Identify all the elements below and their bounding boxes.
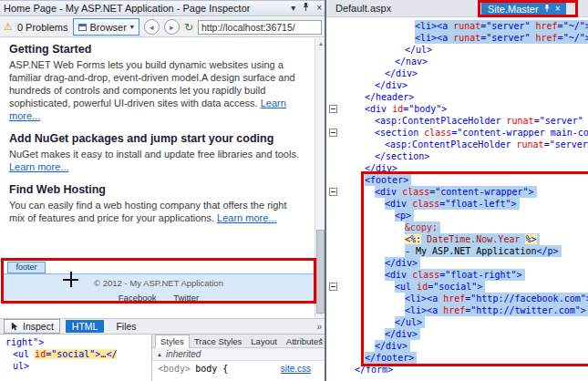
code-line[interactable]: </div> [326, 257, 588, 269]
learn-more-link[interactable]: Learn more... [9, 161, 68, 172]
section-text: ASP.NET Web Forms lets you build dynamic… [9, 59, 295, 108]
section-heading: Getting Started [9, 43, 302, 56]
inspector-toolbar: ⚠ 0 Problems Browser ▾ ◂ ▸ ↻ [0, 17, 325, 37]
back-button[interactable]: ◂ [144, 19, 160, 35]
code-line[interactable]: </ul> [326, 316, 588, 328]
page-inspector-panel: Home Page - My ASP.NET Application - Pag… [0, 0, 325, 381]
code-line[interactable]: <div id="body"> [326, 103, 588, 115]
section-heading: Add NuGet packages and jump start your c… [9, 132, 302, 145]
collapse-triangle-icon[interactable]: ▲ [157, 352, 162, 357]
footer-inspection-highlight-box: footer © 2012 - My ASP.NET Application F… [1, 258, 316, 304]
stylesheet-link[interactable]: site.css [281, 364, 311, 374]
code-line[interactable]: </div> [326, 328, 588, 340]
twitter-link[interactable]: Twitter [173, 293, 199, 303]
tab-styles[interactable]: Styles [155, 335, 190, 348]
section-paragraph: ASP.NET Web Forms lets you build dynamic… [9, 58, 302, 122]
footer-social-links: Facebook Twitter [4, 293, 314, 303]
code-line[interactable]: </div> [326, 162, 588, 174]
fold-collapse-icon[interactable] [329, 129, 337, 137]
code-line[interactable]: </section> [326, 150, 588, 162]
code-line[interactable]: </div> [326, 340, 588, 352]
close-icon[interactable]: × [316, 4, 322, 13]
section-text: NuGet makes it easy to install and updat… [9, 149, 299, 160]
code-line[interactable]: <%: DateTime.Now.Year %> [326, 233, 588, 245]
code-line[interactable]: </footer> [326, 352, 588, 364]
inspect-label: Inspect [23, 321, 54, 332]
code-line[interactable]: </form> [326, 364, 588, 376]
forward-button[interactable]: ▸ [164, 19, 180, 35]
code-line[interactable]: <section class="content-wrapper main-con… [326, 127, 588, 139]
window-menu-caret-icon[interactable]: ▾ [291, 4, 295, 13]
tab-default-aspx[interactable]: Default.aspx [328, 2, 398, 17]
code-line[interactable]: <asp:ContentPlaceHolder runat="server" I… [326, 139, 588, 150]
browser-label: Browser [90, 22, 127, 33]
code-editor[interactable]: <li><a runat="server" href="~/"><li><a r… [326, 17, 588, 381]
code-line[interactable]: <li><a href="http://facebook.com"> [326, 293, 588, 304]
css-rule-row[interactable]: <body> body { site.css [152, 361, 325, 376]
refresh-icon[interactable]: ↻ [184, 21, 193, 34]
tab-label: Site.Master [488, 4, 539, 15]
document-tabbar: Default.aspx Site.Master × [326, 0, 588, 17]
tool-window-title: Home Page - My ASP.NET Application - Pag… [4, 3, 284, 14]
section-paragraph: NuGet makes it easy to install and updat… [9, 148, 302, 173]
scroll-up-icon[interactable]: ▲ [318, 336, 324, 342]
url-input[interactable] [198, 20, 322, 35]
close-icon[interactable]: × [555, 5, 561, 14]
code-line[interactable]: <li><a href="http://twitter.com"> [326, 304, 588, 316]
rule-selector: body { [195, 364, 228, 374]
page-inspector-window: Home Page - My ASP.NET Application - Pag… [0, 0, 588, 381]
editor-code: <li><a runat="server" href="~/"><li><a r… [326, 20, 588, 376]
toolbar-overflow-icon[interactable]: » [316, 322, 322, 332]
code-line[interactable]: <li><a runat="server" href="~/"> [326, 20, 588, 32]
section-paragraph: You can easily find a web hosting compan… [9, 199, 302, 224]
code-line[interactable]: </div> [326, 79, 588, 91]
fold-collapse-icon[interactable] [329, 188, 337, 196]
code-line[interactable]: <div class="content-wrapper"> [326, 186, 588, 198]
code-line[interactable]: <ul id="social"> [326, 281, 588, 293]
tab-site-master[interactable]: Site.Master × [481, 0, 566, 17]
dom-line[interactable]: right"> [0, 336, 151, 348]
problems-count[interactable]: 0 Problems [17, 22, 68, 33]
footer-copyright-text: © 2012 - My ASP.NET Application [4, 278, 314, 288]
code-line[interactable]: </ul> [326, 44, 588, 56]
inherited-label: inherited [166, 349, 201, 359]
code-line[interactable]: <div class="float-left"> [326, 198, 588, 210]
highlighted-footer-element[interactable]: © 2012 - My ASP.NET Application Facebook… [4, 273, 314, 301]
facebook-link[interactable]: Facebook [119, 293, 157, 303]
inspect-button[interactable]: Inspect [4, 319, 60, 334]
code-line[interactable]: <div class="float-right"> [326, 269, 588, 281]
code-line[interactable]: </header> [326, 91, 588, 103]
browser-window-icon [78, 24, 87, 31]
code-line[interactable]: </nav> [326, 56, 588, 67]
dom-line[interactable]: ul> [0, 360, 151, 372]
dom-tree: right"><ul id="social">…</ul> [0, 335, 152, 381]
dom-line[interactable]: <ul id="social">…</ [0, 348, 151, 360]
code-line[interactable]: </div> [326, 67, 588, 79]
pin-icon[interactable] [302, 3, 310, 14]
bottom-panes: right"><ul id="social">…</ul> Styles Tra… [0, 334, 325, 381]
fold-collapse-icon[interactable] [329, 283, 337, 291]
fold-collapse-icon[interactable] [329, 105, 337, 113]
code-line[interactable]: <p> [326, 210, 588, 221]
code-line[interactable]: &copy; [326, 221, 588, 233]
inspect-toolbar: Inspect HTML Files » [0, 318, 325, 334]
tab-html[interactable]: HTML [66, 320, 105, 333]
inherited-group-row[interactable]: ▲ inherited [152, 348, 325, 361]
tab-trace-styles[interactable]: Trace Styles [190, 335, 246, 347]
code-line[interactable]: - My ASP.NET Application</p> [326, 245, 588, 257]
rendered-page-view: Getting Started ASP.NET Web Forms lets y… [0, 38, 325, 318]
section-heading: Find Web Hosting [9, 183, 302, 196]
browser-dropdown-button[interactable]: Browser ▾ [73, 18, 139, 36]
code-line[interactable]: <asp:ContentPlaceHolder runat="server" I… [326, 115, 588, 127]
tab-files[interactable]: Files [109, 320, 142, 333]
source-editor-panel: Default.aspx Site.Master × <li><a runat=… [326, 0, 588, 381]
code-line[interactable]: <li><a runat="server" href="~/"> [326, 32, 588, 44]
code-line[interactable]: <footer> [326, 174, 588, 186]
tab-layout[interactable]: Layout [246, 335, 282, 347]
learn-more-link[interactable]: Learn more... [217, 212, 276, 223]
scrollbar-thumb[interactable] [316, 230, 325, 314]
tool-window-titlebar[interactable]: Home Page - My ASP.NET Application - Pag… [0, 0, 325, 16]
chevron-down-icon: ▾ [130, 23, 134, 31]
inspect-crosshair-cursor [63, 272, 78, 287]
pin-icon[interactable] [543, 4, 551, 15]
